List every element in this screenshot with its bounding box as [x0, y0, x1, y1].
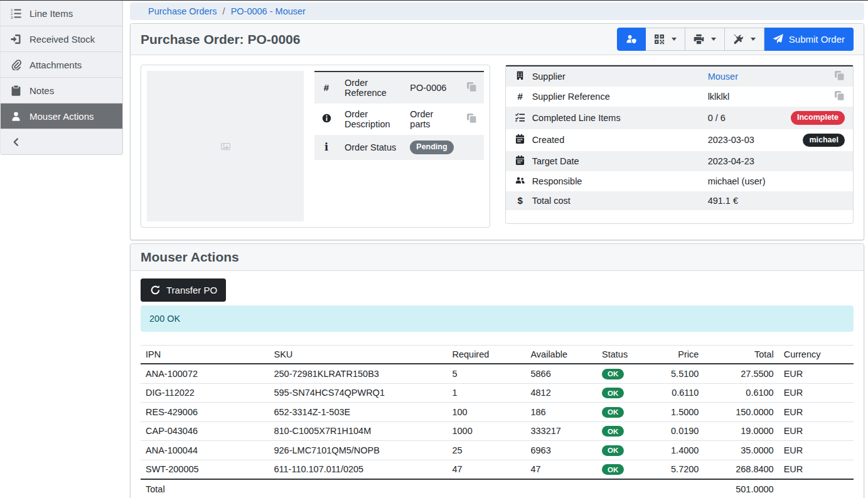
- copy-icon[interactable]: [466, 114, 478, 123]
- table-row: SWT-200005611-110.107.011/02054747OK5.72…: [141, 460, 854, 479]
- detail-value: Order parts: [404, 103, 459, 135]
- total-value: 501.0000: [704, 479, 778, 498]
- status-badge: Pending: [410, 140, 453, 154]
- image-icon: [220, 142, 231, 151]
- detail-label: Created: [526, 129, 702, 152]
- detail-value: PO-0006: [404, 72, 459, 103]
- detail-label: Responsible: [526, 171, 702, 191]
- detail-value: Pending: [404, 135, 459, 160]
- supplier-details-card: SupplierMouser#Supplier Referencelklklkl…: [505, 65, 854, 224]
- info-circle-icon: [321, 114, 332, 123]
- sidebar-item-label: Received Stock: [29, 34, 95, 45]
- sidebar-item-attachments[interactable]: Attachments: [1, 52, 122, 78]
- purchase-order-panel: Purchase Order: PO-0006 Submit Order #Or…: [130, 23, 864, 240]
- detail-row-order-reference: #Order ReferencePO-0006: [314, 72, 484, 103]
- cell-available: 6963: [525, 441, 597, 460]
- column-header-currency: Currency: [779, 346, 854, 364]
- column-header-required: Required: [447, 346, 525, 364]
- rotate-icon: [149, 285, 161, 295]
- cell-available: 186: [525, 403, 597, 422]
- transfer-po-button[interactable]: Transfer PO: [141, 278, 226, 302]
- order-image-placeholder[interactable]: [147, 71, 304, 221]
- cell-required: 1: [447, 383, 525, 403]
- cell-status: OK: [597, 460, 658, 479]
- sidebar-item-label: Attachments: [29, 60, 82, 70]
- panel-title: Mouser Actions: [141, 250, 239, 265]
- sidebar-item-label: Mouser Actions: [29, 111, 94, 122]
- cell-status: OK: [597, 403, 658, 422]
- sidebar-item-notes[interactable]: Notes: [1, 78, 122, 103]
- detail-row-responsible: Responsiblemichael (user): [506, 171, 853, 191]
- main-content: Purchase Orders/PO-0006 - Mouser Purchas…: [123, 1, 868, 498]
- users-icon: [515, 176, 526, 185]
- copy-icon[interactable]: [833, 91, 845, 100]
- cell-currency: EUR: [779, 421, 854, 441]
- ok-status-badge: OK: [602, 369, 624, 379]
- breadcrumb-link-purchase-orders[interactable]: Purchase Orders: [148, 6, 217, 16]
- user-shield-icon: [626, 34, 637, 45]
- ok-status-badge: OK: [602, 388, 624, 398]
- status-badge: michael: [803, 134, 845, 147]
- caret-down-icon: [711, 38, 716, 41]
- sidebar-item-line-items[interactable]: 123Line Items: [1, 1, 122, 26]
- detail-row-supplier-reference: #Supplier Referencelklklkl: [506, 87, 853, 107]
- detail-label: Target Date: [526, 151, 702, 171]
- cell-currency: EUR: [779, 364, 854, 383]
- ok-status-badge: OK: [602, 445, 624, 456]
- detail-label: Total cost: [526, 191, 702, 210]
- table-row: ANA-100072250-72981KLRATR150B355866OK5.5…: [141, 364, 854, 383]
- copy-icon[interactable]: [466, 82, 478, 92]
- breadcrumb-link-po-0006-mouser[interactable]: PO-0006 - Mouser: [231, 6, 306, 16]
- cell-ipn: ANA-100044: [141, 441, 269, 460]
- detail-value: 0 / 6: [702, 107, 778, 129]
- detail-row-order-status: iOrder StatusPending: [314, 135, 484, 160]
- cell-currency: EUR: [779, 460, 854, 479]
- ok-status-badge: OK: [602, 426, 624, 437]
- list-ordered-icon: 123: [10, 8, 21, 19]
- cell-sku: 611-110.107.011/0205: [269, 460, 447, 479]
- detail-label: Supplier: [526, 66, 702, 87]
- tools-icon: [733, 34, 744, 45]
- hashtag-icon: #: [515, 92, 526, 101]
- cell-currency: EUR: [779, 383, 854, 403]
- building-icon: [515, 71, 526, 80]
- detail-row-supplier: SupplierMouser: [506, 66, 853, 87]
- column-header-price: Price: [658, 346, 704, 364]
- dollar-icon: $: [515, 196, 526, 205]
- order-actions-menu-button[interactable]: [725, 28, 764, 51]
- transfer-po-button-label: Transfer PO: [166, 285, 217, 295]
- admin-button[interactable]: [617, 28, 646, 51]
- page-title: Purchase Order: PO-0006: [141, 32, 300, 47]
- total-label: Total: [141, 479, 704, 498]
- order-summary-card: #Order ReferencePO-0006Order Description…: [141, 65, 490, 228]
- cell-available: 4812: [525, 383, 597, 403]
- hashtag-icon: #: [321, 83, 332, 92]
- cell-required: 25: [447, 441, 525, 460]
- table-row: ANA-100044926-LMC7101QM5/NOPB256963OK1.4…: [141, 441, 854, 460]
- table-row: CAP-043046810-C1005X7R1H104M1000333217OK…: [141, 421, 854, 441]
- sidebar-item-received-stock[interactable]: Received Stock: [1, 26, 122, 52]
- breadcrumb: Purchase Orders/PO-0006 - Mouser: [130, 3, 864, 20]
- detail-row-target-date: Target Date2023-04-23: [506, 151, 853, 171]
- sidebar-collapse-button[interactable]: [1, 129, 122, 154]
- status-badge: Incomplete: [791, 111, 845, 125]
- cell-required: 100: [447, 403, 525, 422]
- cell-ipn: SWT-200005: [141, 460, 269, 479]
- detail-row-completed-line-items: Completed Line Items0 / 6Incomplete: [506, 107, 853, 129]
- cell-available: 5866: [525, 364, 597, 383]
- sidebar-item-mouser-actions[interactable]: Mouser Actions: [1, 103, 122, 129]
- ok-status-badge: OK: [602, 464, 624, 475]
- cell-price: 1.5000: [658, 403, 704, 422]
- barcode-menu-button[interactable]: [646, 28, 685, 51]
- cell-total: 27.5500: [704, 364, 778, 383]
- copy-icon[interactable]: [833, 71, 845, 80]
- cell-ipn: ANA-100072: [141, 364, 269, 383]
- cell-status: OK: [597, 421, 658, 441]
- detail-label: Order Description: [338, 103, 404, 135]
- detail-value: 491.1 €: [702, 191, 778, 210]
- header-actions: Submit Order: [617, 28, 854, 51]
- print-menu-button[interactable]: [685, 28, 725, 51]
- submit-order-button[interactable]: Submit Order: [764, 28, 854, 51]
- supplier-link[interactable]: Mouser: [708, 72, 738, 82]
- status-alert: 200 OK: [141, 305, 854, 332]
